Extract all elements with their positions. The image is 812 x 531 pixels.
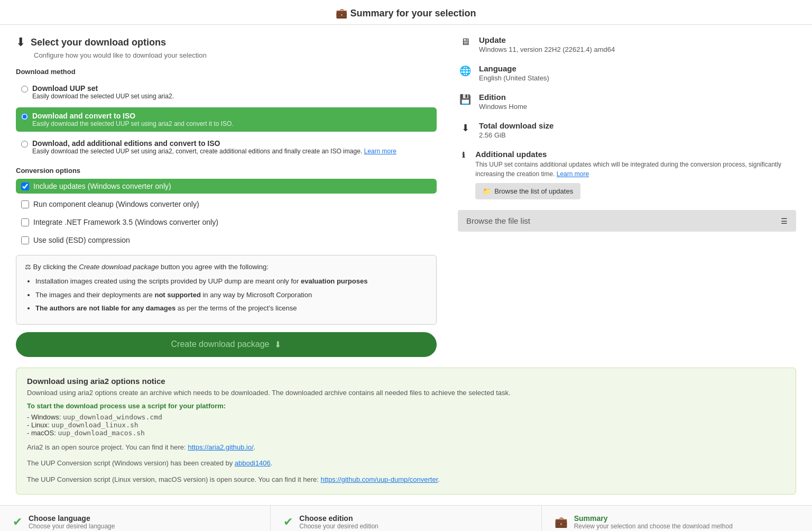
radio-iso-input[interactable] — [21, 113, 28, 120]
download-size-value: 2.56 GiB — [479, 131, 553, 139]
right-panel: 🖥 Update Windows 11, version 22H2 (22621… — [458, 35, 796, 357]
additional-updates-icon: ℹ — [458, 150, 469, 159]
notice-subtitle: Download using aria2 options create an a… — [27, 389, 785, 397]
step-language[interactable]: ✔ Choose language Choose your desired la… — [0, 506, 271, 531]
download-options-title: Select your download options — [31, 37, 166, 48]
additional-updates-learn-more[interactable]: Learn more — [557, 170, 589, 178]
download-method-label: Download method — [16, 68, 437, 76]
radio-editions-title: Download, add additional editions and co… — [32, 139, 396, 148]
step-edition[interactable]: ✔ Choose edition Choose your desired edi… — [271, 506, 541, 531]
summary-download-size: ⬇ Total download size 2.56 GiB — [458, 121, 796, 139]
browse-file-list-label: Browse the file list — [466, 216, 530, 225]
edition-value: Windows Home — [479, 103, 527, 111]
terms-item-3: The authors are not liable for any damag… — [35, 303, 428, 314]
checkbox-net-framework-input[interactable] — [21, 218, 29, 226]
radio-uup-desc: Easily download the selected UUP set usi… — [32, 93, 174, 100]
step-summary[interactable]: 💼 Summary Review your selection and choo… — [542, 506, 812, 531]
language-title: Language — [479, 64, 549, 73]
conversion-win-info: The UUP Conversion script (Windows versi… — [27, 458, 785, 469]
radio-iso-title: Download and convert to ISO — [32, 112, 234, 120]
terms-item-2: The images and their deployments are not… — [35, 290, 428, 300]
checkbox-include-updates-input[interactable] — [21, 182, 29, 190]
step-edition-desc: Choose your desired edition — [299, 523, 378, 530]
download-size-icon: ⬇ — [458, 121, 473, 134]
terms-intro: ⚖ By clicking the Create download packag… — [25, 263, 428, 271]
step-summary-desc: Review your selection and choose the dow… — [574, 523, 733, 530]
terms-list: Installation images created using the sc… — [35, 276, 428, 314]
linux-script: uup_download_linux.sh — [51, 421, 138, 429]
summary-additional-updates: ℹ Additional updates This UUP set contai… — [458, 150, 796, 199]
radio-editions-text: Download, add additional editions and co… — [32, 139, 396, 155]
conversion-win-author-link[interactable]: abbodi1406 — [235, 459, 271, 467]
notice-title: Download using aria2 options notice — [27, 377, 785, 386]
browse-file-list-icon: ☰ — [781, 217, 788, 225]
radio-editions-desc: Easily download the selected UUP set usi… — [32, 148, 396, 155]
page-header: 💼 Summary for your selection — [0, 0, 812, 25]
additional-updates-title: Additional updates — [475, 150, 796, 159]
checkbox-include-updates-label: Include updates (Windows converter only) — [33, 182, 171, 190]
checkbox-solid-compression[interactable]: Use solid (ESD) compression — [16, 233, 437, 248]
checkbox-include-updates[interactable]: Include updates (Windows converter only) — [16, 179, 437, 194]
update-icon: 🖥 — [458, 35, 473, 48]
aria2-info: Aria2 is an open source project. You can… — [27, 442, 785, 453]
terms-item-1: Installation images created using the sc… — [35, 276, 428, 287]
checkbox-component-cleanup[interactable]: Run component cleanup (Windows converter… — [16, 197, 437, 212]
edition-icon: 💾 — [458, 93, 473, 105]
learn-more-link[interactable]: Learn more — [364, 148, 396, 155]
step-edition-check-icon: ✔ — [283, 515, 293, 529]
radio-uup-input[interactable] — [21, 86, 28, 93]
radio-iso-desc: Easily download the selected UUP set usi… — [32, 120, 234, 127]
download-options-icon: ⬇ — [16, 35, 25, 49]
checkbox-solid-compression-input[interactable] — [21, 236, 29, 244]
checkbox-solid-compression-label: Use solid (ESD) compression — [33, 236, 130, 244]
summary-update: 🖥 Update Windows 11, version 22H2 (22621… — [458, 35, 796, 53]
browse-updates-icon: 📁 — [483, 187, 491, 195]
radio-option-uup[interactable]: Download UUP set Easily download the sel… — [16, 80, 437, 104]
browse-updates-button[interactable]: 📁 Browse the list of updates — [475, 183, 580, 199]
radio-editions-input[interactable] — [21, 141, 28, 148]
radio-option-iso[interactable]: Download and convert to ISO Easily downl… — [16, 107, 437, 132]
left-panel: ⬇ Select your download options Configure… — [16, 35, 437, 357]
briefcase-icon: 💼 — [336, 8, 347, 19]
browse-updates-label: Browse the list of updates — [494, 187, 573, 195]
macos-script: uup_download_macos.sh — [58, 429, 145, 437]
platform-macos: - macOS: uup_download_macos.sh — [27, 429, 785, 437]
stepper: ✔ Choose language Choose your desired la… — [0, 505, 812, 531]
platform-windows: - Windows: uup_download_windows.cmd — [27, 413, 785, 421]
language-value: English (United States) — [479, 74, 549, 82]
create-download-button[interactable]: Create download package ⬇ — [16, 332, 437, 357]
summary-edition: 💾 Edition Windows Home — [458, 93, 796, 111]
update-value: Windows 11, version 22H2 (22621.4) amd64 — [479, 45, 615, 53]
checkbox-component-cleanup-input[interactable] — [21, 200, 29, 208]
conversion-lin-info: The UUP Conversion script (Linux version… — [27, 474, 785, 486]
create-btn-icon: ⬇ — [274, 340, 281, 350]
radio-option-editions[interactable]: Download, add additional editions and co… — [16, 135, 437, 159]
step-summary-icon: 💼 — [555, 516, 568, 528]
aria2-link[interactable]: https://aria2.github.io/ — [188, 443, 253, 451]
conversion-lin-link[interactable]: https://github.com/uup-dump/converter — [320, 475, 438, 483]
step-language-title: Choose language — [29, 514, 115, 523]
radio-uup-text: Download UUP set Easily download the sel… — [32, 84, 174, 100]
terms-box: ⚖ By clicking the Create download packag… — [16, 255, 437, 325]
checkbox-net-framework-label: Integrate .NET Framework 3.5 (Windows co… — [33, 218, 218, 226]
platform-linux: - Linux: uup_download_linux.sh — [27, 421, 785, 429]
language-icon: 🌐 — [458, 64, 473, 77]
terms-icon: ⚖ — [25, 263, 31, 271]
notice-box: Download using aria2 options notice Down… — [16, 368, 796, 495]
step-summary-title: Summary — [574, 514, 733, 523]
radio-iso-text: Download and convert to ISO Easily downl… — [32, 112, 234, 127]
checkbox-net-framework[interactable]: Integrate .NET Framework 3.5 (Windows co… — [16, 215, 437, 230]
update-title: Update — [479, 35, 615, 44]
additional-updates-desc: This UUP set contains additional updates… — [475, 160, 796, 179]
windows-script: uup_download_windows.cmd — [63, 413, 162, 421]
step-language-check-icon: ✔ — [13, 515, 22, 529]
platform-label: To start the download process use a scri… — [27, 402, 785, 410]
step-language-desc: Choose your desired language — [29, 523, 115, 530]
checkbox-component-cleanup-label: Run component cleanup (Windows converter… — [33, 200, 199, 208]
download-options-subtitle: Configure how you would like to download… — [34, 51, 437, 59]
browse-file-list-row[interactable]: Browse the file list ☰ — [458, 210, 796, 232]
download-size-title: Total download size — [479, 121, 553, 130]
conversion-options-label: Conversion options — [16, 167, 437, 175]
page-title: Summary for your selection — [350, 8, 476, 19]
create-btn-label: Create download package — [171, 340, 270, 349]
